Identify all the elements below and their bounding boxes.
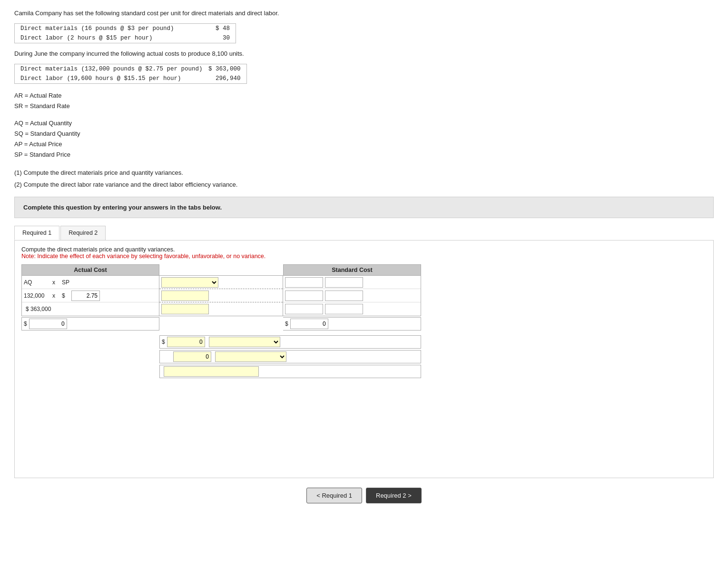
actual-cost-label-2: Direct labor (19,600 hours @ $15.15 per … bbox=[20, 75, 203, 82]
x-label-2: x bbox=[52, 292, 62, 299]
mid-row-2 bbox=[159, 289, 283, 302]
required1-nav-button[interactable]: < Required 1 bbox=[306, 488, 362, 503]
actual-cost-header: Actual Cost bbox=[21, 264, 159, 275]
instruction-box: Complete this question by entering your … bbox=[14, 197, 714, 218]
sp-value-input[interactable] bbox=[71, 291, 100, 301]
standard-row-1 bbox=[283, 276, 421, 289]
variance-calc-section: Actual Cost Standard Cost AQ x SP 132,00… bbox=[21, 264, 435, 378]
abbreviations-section: AR = Actual Rate SR = Standard Rate bbox=[14, 90, 714, 111]
abbrev-ap: AP = Actual Price bbox=[14, 139, 714, 150]
total-actual-input[interactable] bbox=[29, 319, 67, 329]
mid-input-3[interactable] bbox=[161, 304, 209, 314]
variance-type-result-2[interactable]: Favorable Unfavorable No variance bbox=[215, 351, 286, 362]
total-actual: $ bbox=[21, 317, 159, 331]
standard-cost-row-1: Direct materials (16 pounds @ $3 per pou… bbox=[15, 24, 236, 33]
standard-cost-value-1: $ 48 bbox=[192, 25, 230, 32]
abbrev-section-2: AQ = Actual Quantity SQ = Standard Quant… bbox=[14, 118, 714, 160]
instructions-section: (1) Compute the direct materials price a… bbox=[14, 167, 714, 190]
abbrev-sr: SR = Standard Rate bbox=[14, 101, 714, 111]
instruction-box-text: Complete this question by entering your … bbox=[23, 204, 222, 211]
variance-type-result-1[interactable]: Favorable Unfavorable No variance bbox=[209, 337, 280, 347]
dollar-result-1: $ bbox=[162, 339, 165, 345]
note-main: Compute the direct materials price and q… bbox=[21, 246, 175, 253]
std-row2-col1[interactable] bbox=[285, 291, 323, 301]
abbrev-sp: SP = Standard Price bbox=[14, 150, 714, 160]
standard-cost-block bbox=[283, 275, 421, 316]
bottom-nav: < Required 1 Required 2 > bbox=[14, 488, 714, 503]
tab-required2[interactable]: Required 2 bbox=[60, 226, 106, 240]
instruction-2: (2) Compute the direct labor rate varian… bbox=[14, 179, 714, 190]
aq-label: AQ bbox=[24, 279, 52, 286]
standard-cost-header: Standard Cost bbox=[283, 264, 421, 275]
required2-nav-button[interactable]: Required 2 > bbox=[366, 488, 422, 503]
variance-result-row-2: Favorable Unfavorable No variance bbox=[159, 350, 421, 363]
mid-block: Favorable Unfavorable No variance bbox=[159, 275, 283, 316]
abbrev-sq: SQ = Standard Quantity bbox=[14, 129, 714, 139]
dollar-sign-sp: $ bbox=[62, 292, 71, 299]
sp-label: SP bbox=[62, 279, 90, 286]
actual-cost-label-1: Direct materials (132,000 pounds @ $2.75… bbox=[20, 66, 203, 72]
intro-description: Camila Company has set the following sta… bbox=[14, 10, 714, 17]
mid-row-3 bbox=[159, 302, 283, 316]
x-label-1: x bbox=[52, 279, 62, 286]
actual-costs-table: Direct materials (132,000 pounds @ $2.75… bbox=[14, 64, 247, 84]
total-standard: $ bbox=[283, 317, 421, 331]
actual-cost-value-1: $ 363,000 bbox=[203, 66, 241, 72]
tab1-content: Compute the direct materials price and q… bbox=[14, 240, 714, 478]
actual-total-label: $ 363,000 bbox=[26, 306, 51, 312]
var-data-block: AQ x SP 132,000 x $ $ 363,000 bbox=[21, 275, 435, 316]
actual-row-3: $ 363,000 bbox=[22, 302, 159, 316]
standard-row-3 bbox=[283, 302, 421, 316]
standard-row-2 bbox=[283, 289, 421, 302]
instruction-1: (1) Compute the direct materials price a… bbox=[14, 167, 714, 178]
standard-cost-value-2: 30 bbox=[192, 35, 230, 41]
variance-result-input-2[interactable] bbox=[173, 351, 211, 362]
totals-row: $ $ bbox=[21, 317, 435, 331]
mid-row-1: Favorable Unfavorable No variance bbox=[159, 276, 283, 289]
tabs-container: Required 1 Required 2 bbox=[14, 226, 714, 240]
standard-cost-label-2: Direct labor (2 hours @ $15 per hour) bbox=[20, 35, 192, 41]
standard-cost-label-1: Direct materials (16 pounds @ $3 per pou… bbox=[20, 25, 192, 32]
variance-result-row-1: $ Favorable Unfavorable No variance bbox=[159, 335, 421, 349]
variance-result-row-3 bbox=[159, 365, 421, 378]
variance-result-input-1[interactable] bbox=[167, 337, 205, 347]
actual-description: During June the company incurred the fol… bbox=[14, 50, 714, 57]
actual-cost-row-1: Direct materials (132,000 pounds @ $2.75… bbox=[15, 64, 246, 74]
standard-cost-row-2: Direct labor (2 hours @ $15 per hour) 30 bbox=[15, 33, 236, 43]
actual-cost-value-2: 296,940 bbox=[203, 75, 241, 82]
standard-costs-table: Direct materials (16 pounds @ $3 per pou… bbox=[14, 23, 236, 43]
variance-type-select-1[interactable]: Favorable Unfavorable No variance bbox=[161, 277, 218, 288]
actual-cost-block: AQ x SP 132,000 x $ $ 363,000 bbox=[21, 275, 159, 316]
tab-required1[interactable]: Required 1 bbox=[14, 226, 59, 240]
note-red: Note: Indicate the effect of each varian… bbox=[21, 253, 266, 260]
variance-result-input-3[interactable] bbox=[164, 366, 259, 377]
mid-input-2[interactable] bbox=[161, 291, 209, 301]
dollar-total-standard: $ bbox=[285, 321, 288, 327]
abbrev-aq: AQ = Actual Quantity bbox=[14, 118, 714, 129]
std-row3-col1[interactable] bbox=[285, 304, 323, 314]
abbrev-ar: AR = Actual Rate bbox=[14, 90, 714, 101]
actual-row-2: 132,000 x $ bbox=[22, 289, 159, 302]
actual-row-1: AQ x SP bbox=[22, 276, 159, 289]
note-section: Compute the direct materials price and q… bbox=[21, 246, 707, 260]
std-row1-col2[interactable] bbox=[325, 277, 363, 288]
std-row3-col2[interactable] bbox=[325, 304, 363, 314]
std-row1-col1[interactable] bbox=[285, 277, 323, 288]
actual-cost-row-2: Direct labor (19,600 hours @ $15.15 per … bbox=[15, 74, 246, 83]
variance-results: $ Favorable Unfavorable No variance Favo… bbox=[159, 335, 421, 378]
total-mid-spacer bbox=[159, 317, 283, 331]
aq-value: 132,000 bbox=[24, 292, 52, 299]
var-header-row: Actual Cost Standard Cost bbox=[21, 264, 435, 275]
std-row2-col2[interactable] bbox=[325, 291, 363, 301]
total-standard-input[interactable] bbox=[290, 319, 328, 329]
dollar-total-actual: $ bbox=[24, 321, 27, 327]
